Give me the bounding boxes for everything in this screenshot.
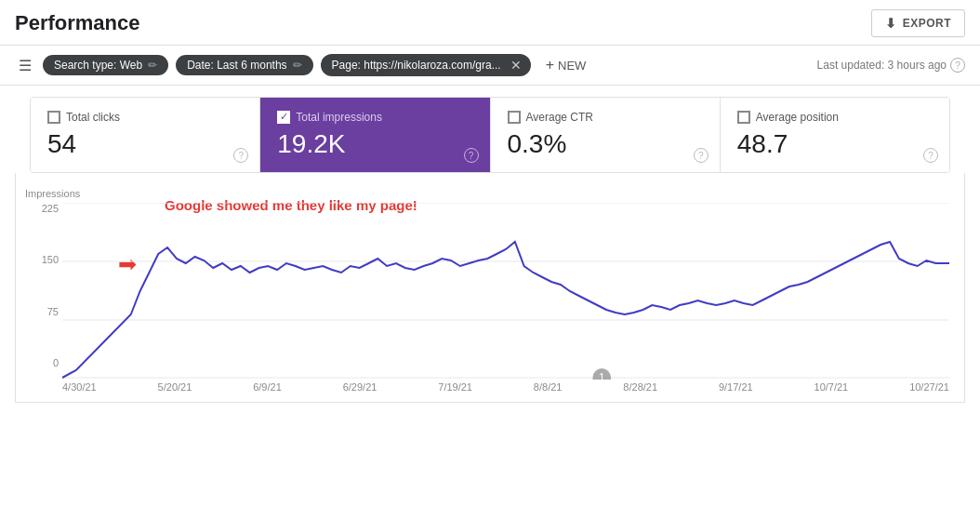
chart-svg: 1 xyxy=(62,203,949,380)
help-icon[interactable]: ? xyxy=(923,148,938,163)
new-filter-button[interactable]: + NEW xyxy=(538,53,594,77)
metric-value: 0.3% xyxy=(508,129,703,159)
x-label: 4/30/21 xyxy=(62,381,97,393)
close-icon[interactable]: ✕ xyxy=(510,58,522,73)
help-icon[interactable]: ? xyxy=(464,148,479,163)
help-icon[interactable]: ? xyxy=(694,148,709,163)
metric-name: Average position xyxy=(756,111,839,124)
y-tick: 150 xyxy=(42,254,59,265)
metric-average-ctr[interactable]: Average CTR 0.3% ? xyxy=(491,98,721,172)
x-label: 9/17/21 xyxy=(719,381,753,393)
metric-checkbox[interactable] xyxy=(47,111,60,124)
edit-icon: ✏ xyxy=(148,59,157,72)
x-label: 6/29/21 xyxy=(343,381,377,393)
y-tick-labels: 225 150 75 0 xyxy=(25,203,59,368)
date-chip[interactable]: Date: Last 6 months ✏ xyxy=(176,55,312,75)
x-label: 7/19/21 xyxy=(438,381,472,393)
metric-name: Average CTR xyxy=(526,111,593,124)
help-icon[interactable]: ? xyxy=(233,148,248,163)
metric-name: Total impressions xyxy=(296,111,382,124)
hamburger-icon: ☰ xyxy=(19,58,32,73)
metric-total-clicks[interactable]: Total clicks 54 ? xyxy=(31,98,260,172)
chart-wrapper: Impressions Google showed me they like m… xyxy=(25,188,949,393)
metric-value: 19.2K xyxy=(277,129,472,159)
metrics-row: Total clicks 54 ? Total impressions 19.2… xyxy=(30,97,950,173)
metric-checkbox[interactable] xyxy=(508,111,521,124)
export-button[interactable]: ⬇ EXPORT xyxy=(871,9,965,37)
y-tick: 75 xyxy=(47,306,59,317)
metric-checkbox[interactable] xyxy=(737,111,750,124)
page-title: Performance xyxy=(15,11,140,35)
search-type-chip[interactable]: Search type: Web ✏ xyxy=(43,55,168,75)
svg-text:1: 1 xyxy=(599,371,605,380)
edit-icon: ✏ xyxy=(293,59,302,72)
info-icon: ? xyxy=(950,58,965,73)
filter-bar: ☰ Search type: Web ✏ Date: Last 6 months… xyxy=(0,46,980,86)
y-axis-label: Impressions xyxy=(25,188,80,199)
x-label: 5/20/21 xyxy=(158,381,192,393)
metric-checkbox-checked[interactable] xyxy=(277,111,290,124)
x-label: 10/27/21 xyxy=(909,381,949,393)
page-chip[interactable]: Page: https://nikolaroza.com/gra... ✕ xyxy=(321,54,531,76)
x-label: 8/28/21 xyxy=(623,381,657,393)
page-header: Performance ⬇ EXPORT xyxy=(0,0,980,46)
x-labels: 4/30/21 5/20/21 6/9/21 6/29/21 7/19/21 8… xyxy=(62,381,949,393)
metric-name: Total clicks xyxy=(66,111,120,124)
filter-menu-button[interactable]: ☰ xyxy=(15,55,35,76)
plus-icon: + xyxy=(546,57,554,73)
metric-value: 48.7 xyxy=(737,129,933,159)
x-label: 6/9/21 xyxy=(253,381,282,393)
last-updated-label: Last updated: 3 hours ago ? xyxy=(817,58,965,73)
x-label: 10/7/21 xyxy=(814,381,849,393)
metric-value: 54 xyxy=(47,129,243,159)
metric-average-position[interactable]: Average position 48.7 ? xyxy=(721,98,949,172)
x-label: 8/8/21 xyxy=(534,381,563,393)
metric-total-impressions[interactable]: Total impressions 19.2K ? xyxy=(260,98,490,172)
y-tick: 225 xyxy=(42,203,59,214)
download-icon: ⬇ xyxy=(885,16,897,31)
chart-container: Impressions Google showed me they like m… xyxy=(15,173,965,403)
y-tick: 0 xyxy=(53,357,59,368)
